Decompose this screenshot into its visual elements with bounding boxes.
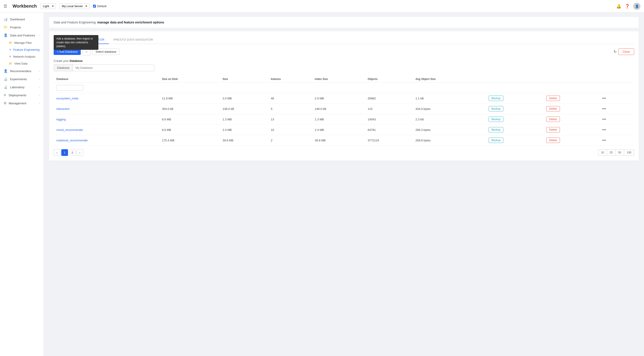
- sidebar-sub-icon: ✈: [9, 48, 12, 51]
- sidebar-sub-icon: 📂: [9, 41, 12, 44]
- sidebar-item-dashboard[interactable]: 📊 Dashboard: [0, 15, 44, 23]
- content-card: ECOSYSTEM DATA NAVIGATORPRESTO DATA NAVI…: [49, 31, 639, 160]
- avatar[interactable]: 👤: [633, 3, 640, 10]
- cell-value: 2.0 MB: [220, 93, 268, 104]
- server-select[interactable]: My Local Server: [60, 3, 90, 9]
- chevron-icon: ‹: [39, 102, 40, 105]
- backup-button[interactable]: Backup: [488, 106, 503, 111]
- sidebar-item-recommenders[interactable]: 👤 Recommenders‹: [0, 67, 44, 75]
- sidebar-item-view-data[interactable]: 📂 View Data: [0, 60, 44, 67]
- col-header-1: Size on Disk: [159, 76, 220, 83]
- add-db-tooltip-wrap: Add a database, then ingest or create da…: [54, 48, 81, 55]
- sidebar-icon: 🔬: [4, 85, 8, 89]
- create-db-section: Create your Database Database: [54, 59, 634, 71]
- sidebar-label: Recommenders: [10, 69, 31, 73]
- cell-value: 115: [365, 104, 413, 114]
- backup-button[interactable]: Backup: [488, 127, 503, 133]
- header-right: 🔔 ❓ 👤: [616, 3, 640, 10]
- sidebar-item-feature-engineering[interactable]: ✈ Feature Engineering: [0, 46, 44, 53]
- pagination-bar: ‹12› 102550100: [54, 149, 634, 156]
- db-input-prefix: Database: [54, 65, 73, 71]
- main-content: Data and Feature Engineering: manage dat…: [44, 12, 644, 356]
- cell-value: 2.0 MB: [312, 93, 365, 104]
- backup-button[interactable]: Backup: [488, 117, 503, 122]
- sidebar-item-experiments[interactable]: 🔬 Experiments‹: [0, 75, 44, 83]
- sidebar-item-data-features[interactable]: 👤 Data and Features‹: [0, 31, 44, 39]
- col-header-3: Indexes: [268, 76, 312, 83]
- db-name-link[interactable]: mood_recommender: [56, 128, 83, 132]
- pagination-next[interactable]: ›: [76, 149, 83, 156]
- db-filter-input[interactable]: [56, 85, 83, 91]
- page-button-2[interactable]: 2: [69, 149, 76, 156]
- delete-button[interactable]: Delete: [546, 96, 560, 101]
- sidebar-icon: 👤: [4, 69, 8, 73]
- bell-icon[interactable]: 🔔: [616, 4, 621, 9]
- tab-presto[interactable]: PRESTO DATA NAVIGATOR: [109, 36, 158, 44]
- page-size-button-25[interactable]: 25: [607, 150, 615, 156]
- more-options-button[interactable]: •••: [600, 127, 608, 133]
- default-checkbox-wrap[interactable]: Default: [93, 4, 106, 8]
- backup-button[interactable]: Backup: [488, 138, 503, 143]
- cell-value: 64781: [365, 125, 413, 135]
- tooltip-box: Add a database, then ingest or create da…: [54, 35, 98, 50]
- sidebar-label: Management: [9, 102, 26, 105]
- sidebar-icon: ⚙: [4, 101, 6, 105]
- sidebar-label: Dashboard: [10, 18, 25, 21]
- table-row: ecosystem_meta11.8 MB2.0 MB482.0 MB26982…: [54, 93, 634, 104]
- db-input-wrap: Database: [54, 64, 154, 71]
- sidebar-item-deployments[interactable]: ✈ Deployments‹: [0, 91, 44, 99]
- table-row: interaction304.0 kB148.0 kB5148.0 kB1154…: [54, 104, 634, 114]
- header: ☰ Workbench Light My Local Server Defaul…: [0, 0, 644, 12]
- sidebar-item-management[interactable]: ⚙ Management‹: [0, 99, 44, 107]
- page-button-1[interactable]: 1: [61, 149, 68, 156]
- col-header-9: [598, 76, 634, 83]
- page-size-button-10[interactable]: 10: [598, 150, 607, 156]
- theme-select[interactable]: Light: [40, 3, 56, 9]
- cell-value: 11.8 MB: [159, 93, 220, 104]
- cell-value: 1.3 MB: [220, 114, 268, 125]
- cell-value: 1.1 kB: [413, 93, 486, 104]
- cell-value: 3772124: [365, 135, 413, 146]
- breadcrumb-action: manage data and feature enrichment optio…: [97, 20, 164, 24]
- cell-value: 304.0 kB: [159, 104, 220, 114]
- sidebar-sub-label: View Data: [14, 62, 28, 65]
- cell-value: 1.3 MB: [312, 114, 365, 125]
- refresh-button[interactable]: ↻: [614, 50, 616, 54]
- db-name-link[interactable]: ecosystem_meta: [56, 97, 78, 100]
- db-name-link[interactable]: interaction: [56, 107, 70, 111]
- sidebar-item-network-analysis[interactable]: ✈ Network Analysis: [0, 53, 44, 60]
- page-size-button-100[interactable]: 100: [624, 150, 634, 156]
- col-header-6: Avg Object Size: [413, 76, 486, 83]
- default-checkbox[interactable]: [93, 5, 96, 7]
- app-title: Workbench: [12, 3, 37, 9]
- more-options-button[interactable]: •••: [600, 106, 608, 112]
- more-options-button[interactable]: •••: [600, 95, 608, 101]
- sidebar-label: Data and Features: [10, 34, 35, 37]
- sidebar-label: Projects: [10, 26, 21, 29]
- sidebar-item-laboratory[interactable]: 🔬 Laboratory‹: [0, 83, 44, 91]
- delete-button[interactable]: Delete: [546, 106, 560, 111]
- sidebar-item-projects[interactable]: 📁 Projects: [0, 23, 44, 31]
- hamburger-icon[interactable]: ☰: [4, 4, 7, 9]
- more-options-button[interactable]: •••: [600, 137, 608, 143]
- sidebar-item-manage-files[interactable]: 📂 Manage Files: [0, 39, 44, 46]
- db-name-input[interactable]: [73, 65, 154, 71]
- delete-button[interactable]: Delete: [546, 138, 560, 143]
- sidebar-label: Experiments: [10, 77, 27, 81]
- db-name-link[interactable]: notebook_recommender: [56, 139, 88, 142]
- cell-value: 266.3 bytes: [413, 125, 486, 135]
- cell-value: 2.3 kB: [413, 114, 486, 125]
- delete-button[interactable]: Delete: [546, 117, 560, 122]
- col-header-2: Size: [220, 76, 268, 83]
- tooltip-text: Add a database, then ingest or create da…: [56, 37, 93, 48]
- cell-value: 39.8 MB: [312, 135, 365, 146]
- page-size-button-50[interactable]: 50: [616, 150, 624, 156]
- more-options-button[interactable]: •••: [600, 116, 608, 122]
- close-button[interactable]: Close: [618, 48, 634, 55]
- delete-button[interactable]: Delete: [546, 127, 560, 133]
- help-icon[interactable]: ❓: [625, 4, 630, 9]
- table-row: mood_recommender6.6 MB2.4 MB102.4 MB6478…: [54, 125, 634, 135]
- db-name-link[interactable]: logging: [56, 118, 66, 121]
- pagination-prev[interactable]: ‹: [54, 149, 60, 156]
- backup-button[interactable]: Backup: [488, 96, 503, 101]
